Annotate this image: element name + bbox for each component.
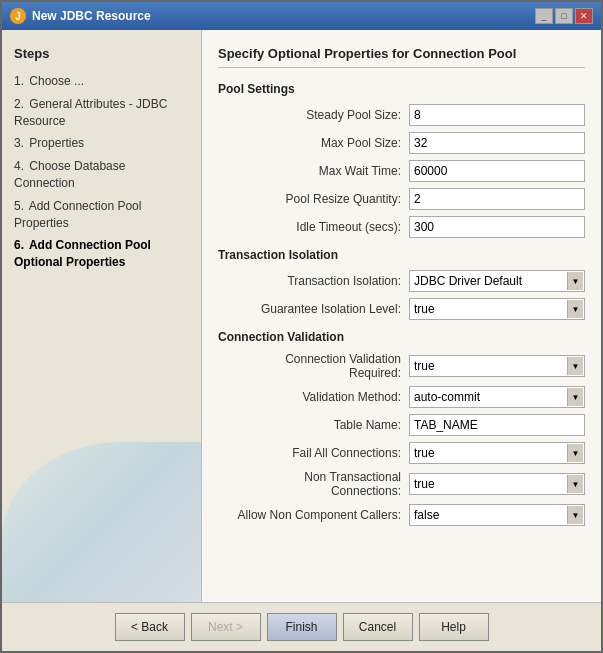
validation-method-label: Validation Method: (234, 390, 409, 404)
fail-all-connections-row: Fail All Connections: true false ▼ (218, 442, 585, 464)
validation-method-select[interactable]: auto-commit meta-data table (409, 386, 585, 408)
sidebar-heading: Steps (14, 46, 189, 61)
pool-settings-heading: Pool Settings (218, 82, 585, 96)
step-2: 2. General Attributes - JDBC Resource (14, 96, 189, 130)
app-icon: J (10, 8, 26, 24)
steps-list: 1. Choose ... 2. General Attributes - JD… (14, 73, 189, 271)
table-name-label: Table Name: (234, 418, 409, 432)
next-button[interactable]: Next > (191, 613, 261, 641)
window-title: New JDBC Resource (32, 9, 151, 23)
allow-non-component-callers-select[interactable]: false true (409, 504, 585, 526)
maximize-button[interactable]: □ (555, 8, 573, 24)
non-transactional-connections-label: Non Transactional Connections: (234, 470, 409, 498)
fail-all-connections-select[interactable]: true false (409, 442, 585, 464)
panel-title: Specify Optional Properties for Connecti… (218, 46, 585, 68)
step-3: 3. Properties (14, 135, 189, 152)
guarantee-isolation-select-wrapper: true false ▼ (409, 298, 585, 320)
table-name-row: Table Name: (218, 414, 585, 436)
transaction-isolation-select[interactable]: JDBC Driver Default read-uncommitted rea… (409, 270, 585, 292)
pool-resize-quantity-input[interactable] (409, 188, 585, 210)
title-bar-left: J New JDBC Resource (10, 8, 151, 24)
title-controls: _ □ ✕ (535, 8, 593, 24)
main-window: J New JDBC Resource _ □ ✕ Steps 1. Choos… (0, 0, 603, 653)
content-area: Steps 1. Choose ... 2. General Attribute… (2, 30, 601, 602)
footer: < Back Next > Finish Cancel Help (2, 602, 601, 651)
fail-all-connections-select-wrapper: true false ▼ (409, 442, 585, 464)
sidebar-background (2, 442, 201, 602)
pool-resize-quantity-row: Pool Resize Quantity: (218, 188, 585, 210)
transaction-isolation-row: Transaction Isolation: JDBC Driver Defau… (218, 270, 585, 292)
close-button[interactable]: ✕ (575, 8, 593, 24)
step-4: 4. Choose Database Connection (14, 158, 189, 192)
step-6: 6. Add Connection Pool Optional Properti… (14, 237, 189, 271)
validation-method-row: Validation Method: auto-commit meta-data… (218, 386, 585, 408)
guarantee-isolation-label: Guarantee Isolation Level: (234, 302, 409, 316)
max-pool-size-row: Max Pool Size: (218, 132, 585, 154)
max-wait-time-row: Max Wait Time: (218, 160, 585, 182)
title-bar: J New JDBC Resource _ □ ✕ (2, 2, 601, 30)
steady-pool-size-input[interactable] (409, 104, 585, 126)
allow-non-component-callers-label: Allow Non Component Callers: (234, 508, 409, 522)
sidebar: Steps 1. Choose ... 2. General Attribute… (2, 30, 202, 602)
max-wait-time-input[interactable] (409, 160, 585, 182)
transaction-isolation-heading: Transaction Isolation (218, 248, 585, 262)
transaction-isolation-label: Transaction Isolation: (234, 274, 409, 288)
steady-pool-size-label: Steady Pool Size: (234, 108, 409, 122)
allow-non-component-callers-row: Allow Non Component Callers: false true … (218, 504, 585, 526)
connection-validation-required-select[interactable]: true false (409, 355, 585, 377)
connection-validation-heading: Connection Validation (218, 330, 585, 344)
max-pool-size-input[interactable] (409, 132, 585, 154)
connection-validation-required-label: Connection Validation Required: (234, 352, 409, 380)
non-transactional-connections-select[interactable]: true false (409, 473, 585, 495)
validation-method-select-wrapper: auto-commit meta-data table ▼ (409, 386, 585, 408)
fail-all-connections-label: Fail All Connections: (234, 446, 409, 460)
idle-timeout-input[interactable] (409, 216, 585, 238)
pool-resize-quantity-label: Pool Resize Quantity: (234, 192, 409, 206)
cancel-button[interactable]: Cancel (343, 613, 413, 641)
connection-validation-required-select-wrapper: true false ▼ (409, 355, 585, 377)
idle-timeout-row: Idle Timeout (secs): (218, 216, 585, 238)
finish-button[interactable]: Finish (267, 613, 337, 641)
non-transactional-connections-row: Non Transactional Connections: true fals… (218, 470, 585, 498)
minimize-button[interactable]: _ (535, 8, 553, 24)
non-transactional-connections-select-wrapper: true false ▼ (409, 473, 585, 495)
connection-validation-required-row: Connection Validation Required: true fal… (218, 352, 585, 380)
transaction-isolation-select-wrapper: JDBC Driver Default read-uncommitted rea… (409, 270, 585, 292)
table-name-input[interactable] (409, 414, 585, 436)
max-wait-time-label: Max Wait Time: (234, 164, 409, 178)
help-button[interactable]: Help (419, 613, 489, 641)
step-5: 5. Add Connection Pool Properties (14, 198, 189, 232)
step-1: 1. Choose ... (14, 73, 189, 90)
guarantee-isolation-row: Guarantee Isolation Level: true false ▼ (218, 298, 585, 320)
back-button[interactable]: < Back (115, 613, 185, 641)
idle-timeout-label: Idle Timeout (secs): (234, 220, 409, 234)
guarantee-isolation-select[interactable]: true false (409, 298, 585, 320)
steady-pool-size-row: Steady Pool Size: (218, 104, 585, 126)
allow-non-component-callers-select-wrapper: false true ▼ (409, 504, 585, 526)
main-panel: Specify Optional Properties for Connecti… (202, 30, 601, 602)
max-pool-size-label: Max Pool Size: (234, 136, 409, 150)
